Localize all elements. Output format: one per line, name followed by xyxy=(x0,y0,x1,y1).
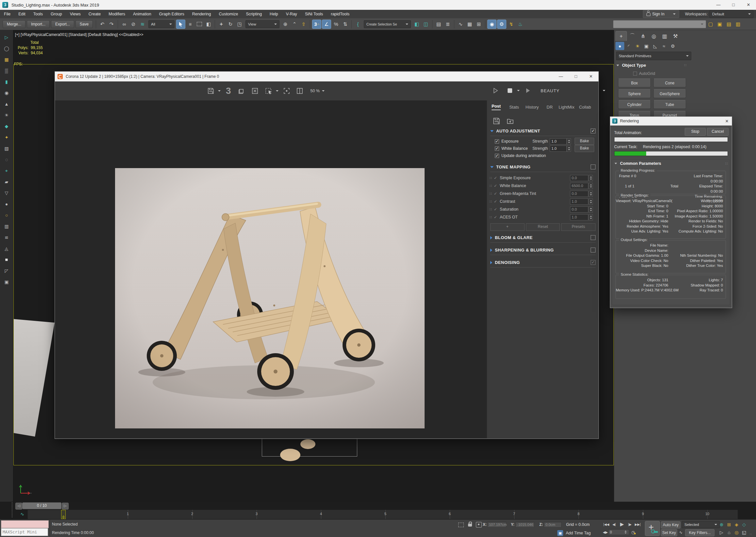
manipulate-icon[interactable]: ⇧ xyxy=(299,20,308,28)
drag-handle-icon[interactable]: ∷ xyxy=(490,184,492,188)
common-parameters-header[interactable]: Common Parameters ∷ xyxy=(612,160,730,167)
corona-vfb-window[interactable]: Corona 12 Update 2 | 1890×1585px (1:2) |… xyxy=(55,71,599,439)
stop-button[interactable]: Stop xyxy=(685,128,706,136)
schematic-view-icon[interactable]: ⊞ xyxy=(474,20,483,28)
render-iterative-icon[interactable]: ▢ xyxy=(706,20,715,28)
vfb-maximize-button[interactable]: □ xyxy=(568,72,584,81)
rendering-dialog[interactable]: 3 Rendering ✕ Total Animation: Stop Canc… xyxy=(610,116,732,308)
selection-lock-icon[interactable] xyxy=(468,523,472,526)
vfb-region-select-icon[interactable] xyxy=(264,86,274,96)
primitive-category-dropdown[interactable]: Standard Primitives xyxy=(616,52,691,60)
side-toolbar-icon[interactable]: ⌖ xyxy=(3,167,11,175)
zoom-all-icon[interactable]: ⊞ xyxy=(725,521,733,528)
denoising-header[interactable]: DENOISING ✓ xyxy=(490,260,595,265)
contrast-spinner[interactable] xyxy=(589,198,593,205)
named-selection-set-dropdown[interactable]: Create Selection Se xyxy=(364,20,411,28)
render-last-icon[interactable]: ▣ xyxy=(715,20,724,28)
chevron-down-icon[interactable] xyxy=(517,90,520,91)
vfb-title-bar[interactable]: Corona 12 Update 2 | 1890×1585px (1:2) |… xyxy=(55,72,598,82)
maximize-viewport-icon[interactable]: ◱ xyxy=(740,529,748,536)
green-magenta-spinner[interactable] xyxy=(589,191,593,197)
pan-icon[interactable]: ▷ xyxy=(718,529,725,536)
geosphere-button[interactable]: GeoSphere xyxy=(653,89,686,98)
side-toolbar-icon[interactable]: ☀ xyxy=(3,111,11,119)
next-frame-icon[interactable]: |▶ xyxy=(626,521,634,527)
go-to-end-icon[interactable]: ▶▶| xyxy=(634,521,642,527)
add-time-tag[interactable]: Add Time Tag xyxy=(566,531,590,535)
menu-vray[interactable]: V-Ray xyxy=(282,10,301,18)
use-pivot-center-icon[interactable]: ⊕ xyxy=(281,20,289,28)
cancel-button[interactable]: Cancel xyxy=(707,128,729,136)
chevron-down-icon[interactable] xyxy=(276,90,279,92)
row-check-icon[interactable]: ✓ xyxy=(494,184,497,188)
object-type-rollout-header[interactable]: Object Type ∷ xyxy=(616,63,687,68)
tab-collab[interactable]: Collab xyxy=(579,104,591,109)
side-toolbar-icon[interactable]: ◆ xyxy=(3,122,11,130)
tab-dr[interactable]: DR xyxy=(547,104,553,109)
category-helpers-icon[interactable]: ◺ xyxy=(651,42,660,50)
drag-handle-icon[interactable]: ∷ xyxy=(490,192,492,196)
vfb-ab-compare-icon[interactable] xyxy=(295,86,305,96)
set-key-button[interactable]: Set Key xyxy=(661,529,677,536)
sharpening-checkbox[interactable] xyxy=(590,248,595,253)
timeline-drag-handle[interactable] xyxy=(12,502,13,517)
row-check-icon[interactable]: ✓ xyxy=(494,215,497,220)
menu-rendering[interactable]: Rendering xyxy=(188,10,215,18)
minimize-button[interactable]: — xyxy=(711,0,726,10)
white-balance-strength-field[interactable]: 1.0 xyxy=(550,145,567,152)
presets-button[interactable]: Presets xyxy=(561,224,595,231)
aces-ot-spinner[interactable] xyxy=(589,214,593,221)
viewport-label[interactable]: [+] [VRayPhysicalCamera001] [Standard] [… xyxy=(15,32,143,37)
z-coordinate-field[interactable]: 0.0cm xyxy=(544,522,561,527)
bind-spacewarp-icon[interactable]: ≋ xyxy=(138,20,147,28)
menu-edit[interactable]: Edit xyxy=(15,10,29,18)
chevron-down-icon[interactable] xyxy=(603,90,605,91)
side-toolbar-icon[interactable]: ▥ xyxy=(3,223,11,230)
menu-file[interactable]: File xyxy=(0,10,15,18)
autogrid-checkbox[interactable] xyxy=(633,72,637,75)
maxscript-mini-listener-input[interactable]: MAXScript Mini List xyxy=(1,528,48,536)
auto-adjustment-checkbox[interactable]: ✓ xyxy=(590,129,595,134)
merge-button[interactable]: Merge... xyxy=(3,20,25,28)
key-step-icon[interactable]: ◀▶ xyxy=(602,529,608,535)
side-toolbar-icon[interactable]: ◬ xyxy=(3,245,11,253)
rendered-frame-window-icon[interactable]: ↯ xyxy=(507,20,515,28)
side-toolbar-icon[interactable]: ◉ xyxy=(3,89,11,97)
green-magenta-field[interactable]: 0.0 xyxy=(570,191,588,197)
material-editor-icon[interactable]: ◉ xyxy=(487,20,497,29)
select-place-icon[interactable]: ⌃ xyxy=(290,20,299,28)
align-icon[interactable]: ◫ xyxy=(422,20,430,28)
menu-graph-editors[interactable]: Graph Editors xyxy=(155,10,188,18)
box-button[interactable]: Box xyxy=(618,78,651,87)
dialog-close-icon[interactable]: ✕ xyxy=(722,119,732,124)
save-config-icon[interactable] xyxy=(492,116,501,126)
cone-button[interactable]: Cone xyxy=(653,78,686,87)
exposure-checkbox[interactable]: ✓ xyxy=(495,139,499,144)
vfb-minimize-button[interactable]: — xyxy=(553,72,568,81)
snaps-toggle-icon[interactable]: 3∩ xyxy=(312,20,321,29)
workspace-dropdown[interactable]: Default xyxy=(710,10,753,18)
tab-utilities[interactable]: ⚒ xyxy=(670,31,681,41)
set-keys-button[interactable]: + xyxy=(645,521,660,536)
edit-named-selections-icon[interactable]: { xyxy=(354,20,362,28)
side-toolbar-icon[interactable]: ▷ xyxy=(3,33,11,41)
redo-icon[interactable]: ↷ xyxy=(107,20,116,28)
scene-explorer-icon[interactable]: ≣ xyxy=(443,20,452,28)
resize-grip-icon[interactable]: ∷ xyxy=(750,533,753,536)
render-production-icon[interactable]: ♨ xyxy=(516,20,525,28)
maxscript-mini-listener[interactable] xyxy=(1,520,49,528)
undo-icon[interactable]: ↶ xyxy=(98,20,106,28)
side-toolbar-icon[interactable]: ≌ xyxy=(3,233,11,241)
go-to-start-icon[interactable]: |◀◀ xyxy=(602,521,610,527)
contrast-field[interactable]: 1.0 xyxy=(570,198,588,205)
render-cloud-icon[interactable]: ▤ xyxy=(725,20,733,28)
previous-frame-icon[interactable]: ◀| xyxy=(610,521,618,527)
drag-handle-icon[interactable]: ∷ xyxy=(490,199,492,204)
export-button[interactable]: Export... xyxy=(51,20,74,28)
select-scale-icon[interactable]: ◳ xyxy=(235,20,244,28)
vfb-save-icon[interactable] xyxy=(206,86,216,96)
tone-mapping-checkbox[interactable] xyxy=(590,164,595,169)
select-link-icon[interactable]: ∞ xyxy=(120,20,129,28)
side-toolbar-icon[interactable]: ▒ xyxy=(3,67,11,75)
vfb-resume-render-icon[interactable] xyxy=(523,86,533,96)
